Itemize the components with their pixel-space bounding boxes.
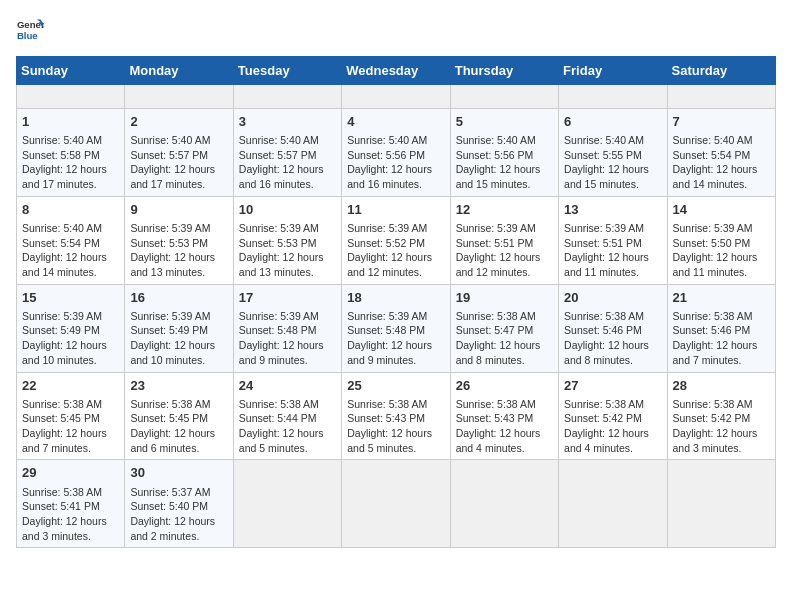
calendar-cell <box>450 85 558 109</box>
calendar-cell: 6Sunrise: 5:40 AMSunset: 5:55 PMDaylight… <box>559 108 667 196</box>
calendar-cell: 23Sunrise: 5:38 AMSunset: 5:45 PMDayligh… <box>125 372 233 460</box>
day-info: Sunrise: 5:40 AMSunset: 5:54 PMDaylight:… <box>673 133 770 192</box>
day-info: Sunrise: 5:40 AMSunset: 5:56 PMDaylight:… <box>456 133 553 192</box>
calendar-cell <box>559 460 667 548</box>
day-info: Sunrise: 5:38 AMSunset: 5:45 PMDaylight:… <box>130 397 227 456</box>
day-number: 1 <box>22 113 119 131</box>
calendar-cell: 13Sunrise: 5:39 AMSunset: 5:51 PMDayligh… <box>559 196 667 284</box>
day-number: 10 <box>239 201 336 219</box>
calendar-cell <box>342 85 450 109</box>
day-number: 11 <box>347 201 444 219</box>
day-number: 23 <box>130 377 227 395</box>
calendar-cell: 4Sunrise: 5:40 AMSunset: 5:56 PMDaylight… <box>342 108 450 196</box>
calendar-cell <box>450 460 558 548</box>
calendar-cell: 7Sunrise: 5:40 AMSunset: 5:54 PMDaylight… <box>667 108 775 196</box>
calendar-cell: 10Sunrise: 5:39 AMSunset: 5:53 PMDayligh… <box>233 196 341 284</box>
day-number: 5 <box>456 113 553 131</box>
day-number: 14 <box>673 201 770 219</box>
day-info: Sunrise: 5:40 AMSunset: 5:54 PMDaylight:… <box>22 221 119 280</box>
day-number: 19 <box>456 289 553 307</box>
day-info: Sunrise: 5:40 AMSunset: 5:57 PMDaylight:… <box>239 133 336 192</box>
header-tuesday: Tuesday <box>233 57 341 85</box>
calendar-cell: 15Sunrise: 5:39 AMSunset: 5:49 PMDayligh… <box>17 284 125 372</box>
day-number: 9 <box>130 201 227 219</box>
day-number: 20 <box>564 289 661 307</box>
calendar-cell: 24Sunrise: 5:38 AMSunset: 5:44 PMDayligh… <box>233 372 341 460</box>
logo: General Blue <box>16 16 48 44</box>
calendar-cell: 27Sunrise: 5:38 AMSunset: 5:42 PMDayligh… <box>559 372 667 460</box>
calendar-cell: 2Sunrise: 5:40 AMSunset: 5:57 PMDaylight… <box>125 108 233 196</box>
calendar-week-0 <box>17 85 776 109</box>
day-info: Sunrise: 5:39 AMSunset: 5:49 PMDaylight:… <box>22 309 119 368</box>
header-friday: Friday <box>559 57 667 85</box>
calendar-header-row: SundayMondayTuesdayWednesdayThursdayFrid… <box>17 57 776 85</box>
day-number: 21 <box>673 289 770 307</box>
header-monday: Monday <box>125 57 233 85</box>
calendar-cell: 18Sunrise: 5:39 AMSunset: 5:48 PMDayligh… <box>342 284 450 372</box>
calendar-week-2: 8Sunrise: 5:40 AMSunset: 5:54 PMDaylight… <box>17 196 776 284</box>
day-info: Sunrise: 5:39 AMSunset: 5:53 PMDaylight:… <box>239 221 336 280</box>
day-info: Sunrise: 5:38 AMSunset: 5:41 PMDaylight:… <box>22 485 119 544</box>
day-info: Sunrise: 5:38 AMSunset: 5:44 PMDaylight:… <box>239 397 336 456</box>
calendar-cell: 26Sunrise: 5:38 AMSunset: 5:43 PMDayligh… <box>450 372 558 460</box>
calendar-cell: 9Sunrise: 5:39 AMSunset: 5:53 PMDaylight… <box>125 196 233 284</box>
day-number: 15 <box>22 289 119 307</box>
day-info: Sunrise: 5:39 AMSunset: 5:51 PMDaylight:… <box>564 221 661 280</box>
calendar-cell: 21Sunrise: 5:38 AMSunset: 5:46 PMDayligh… <box>667 284 775 372</box>
day-info: Sunrise: 5:39 AMSunset: 5:50 PMDaylight:… <box>673 221 770 280</box>
calendar-table: SundayMondayTuesdayWednesdayThursdayFrid… <box>16 56 776 548</box>
calendar-cell <box>559 85 667 109</box>
calendar-cell: 30Sunrise: 5:37 AMSunset: 5:40 PMDayligh… <box>125 460 233 548</box>
day-info: Sunrise: 5:37 AMSunset: 5:40 PMDaylight:… <box>130 485 227 544</box>
day-number: 16 <box>130 289 227 307</box>
day-number: 17 <box>239 289 336 307</box>
calendar-cell: 25Sunrise: 5:38 AMSunset: 5:43 PMDayligh… <box>342 372 450 460</box>
calendar-cell <box>342 460 450 548</box>
header-saturday: Saturday <box>667 57 775 85</box>
calendar-cell: 16Sunrise: 5:39 AMSunset: 5:49 PMDayligh… <box>125 284 233 372</box>
day-number: 22 <box>22 377 119 395</box>
calendar-week-1: 1Sunrise: 5:40 AMSunset: 5:58 PMDaylight… <box>17 108 776 196</box>
header-sunday: Sunday <box>17 57 125 85</box>
day-number: 27 <box>564 377 661 395</box>
day-number: 18 <box>347 289 444 307</box>
calendar-cell: 5Sunrise: 5:40 AMSunset: 5:56 PMDaylight… <box>450 108 558 196</box>
day-info: Sunrise: 5:40 AMSunset: 5:57 PMDaylight:… <box>130 133 227 192</box>
page-header: General Blue <box>16 16 776 44</box>
day-info: Sunrise: 5:38 AMSunset: 5:42 PMDaylight:… <box>673 397 770 456</box>
day-info: Sunrise: 5:39 AMSunset: 5:49 PMDaylight:… <box>130 309 227 368</box>
calendar-cell: 12Sunrise: 5:39 AMSunset: 5:51 PMDayligh… <box>450 196 558 284</box>
day-info: Sunrise: 5:39 AMSunset: 5:51 PMDaylight:… <box>456 221 553 280</box>
day-number: 24 <box>239 377 336 395</box>
day-number: 25 <box>347 377 444 395</box>
day-info: Sunrise: 5:38 AMSunset: 5:42 PMDaylight:… <box>564 397 661 456</box>
calendar-cell: 3Sunrise: 5:40 AMSunset: 5:57 PMDaylight… <box>233 108 341 196</box>
day-number: 6 <box>564 113 661 131</box>
day-number: 4 <box>347 113 444 131</box>
day-info: Sunrise: 5:38 AMSunset: 5:43 PMDaylight:… <box>456 397 553 456</box>
day-info: Sunrise: 5:39 AMSunset: 5:53 PMDaylight:… <box>130 221 227 280</box>
day-info: Sunrise: 5:40 AMSunset: 5:58 PMDaylight:… <box>22 133 119 192</box>
calendar-cell <box>667 460 775 548</box>
day-number: 12 <box>456 201 553 219</box>
calendar-cell <box>233 460 341 548</box>
svg-text:Blue: Blue <box>17 30 38 41</box>
calendar-week-3: 15Sunrise: 5:39 AMSunset: 5:49 PMDayligh… <box>17 284 776 372</box>
day-number: 7 <box>673 113 770 131</box>
day-info: Sunrise: 5:39 AMSunset: 5:48 PMDaylight:… <box>239 309 336 368</box>
calendar-cell <box>17 85 125 109</box>
calendar-cell: 22Sunrise: 5:38 AMSunset: 5:45 PMDayligh… <box>17 372 125 460</box>
day-info: Sunrise: 5:38 AMSunset: 5:45 PMDaylight:… <box>22 397 119 456</box>
day-info: Sunrise: 5:39 AMSunset: 5:48 PMDaylight:… <box>347 309 444 368</box>
calendar-cell: 19Sunrise: 5:38 AMSunset: 5:47 PMDayligh… <box>450 284 558 372</box>
day-number: 3 <box>239 113 336 131</box>
calendar-cell <box>233 85 341 109</box>
day-number: 2 <box>130 113 227 131</box>
calendar-week-4: 22Sunrise: 5:38 AMSunset: 5:45 PMDayligh… <box>17 372 776 460</box>
day-info: Sunrise: 5:40 AMSunset: 5:56 PMDaylight:… <box>347 133 444 192</box>
day-info: Sunrise: 5:38 AMSunset: 5:47 PMDaylight:… <box>456 309 553 368</box>
calendar-cell <box>125 85 233 109</box>
calendar-cell: 1Sunrise: 5:40 AMSunset: 5:58 PMDaylight… <box>17 108 125 196</box>
day-number: 26 <box>456 377 553 395</box>
day-number: 8 <box>22 201 119 219</box>
